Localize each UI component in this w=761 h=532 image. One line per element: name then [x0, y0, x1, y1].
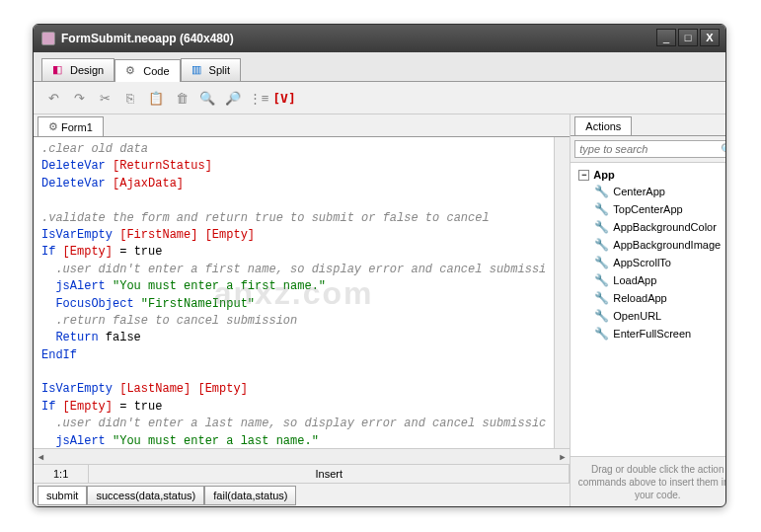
- validate-button[interactable]: [V]: [272, 86, 296, 110]
- code-icon: [125, 64, 139, 78]
- design-icon: [52, 63, 66, 77]
- main-area: ⚙Form1 .clear old data DeleteVar [Return…: [34, 114, 725, 507]
- action-reloadapp[interactable]: 🔧ReloadApp: [574, 289, 724, 307]
- actions-hint: Drag or double click the action commands…: [571, 456, 726, 507]
- split-icon: [191, 63, 205, 77]
- action-centerapp[interactable]: 🔧CenterApp: [574, 183, 724, 200]
- view-tabs: Design Code Split: [34, 52, 725, 82]
- undo-button[interactable]: ↶: [41, 86, 65, 110]
- tab-split[interactable]: Split: [181, 58, 241, 81]
- wrench-icon: 🔧: [594, 238, 609, 252]
- actions-search-input[interactable]: [574, 140, 726, 158]
- cut-button[interactable]: ✂: [93, 86, 116, 110]
- find-replace-button[interactable]: 🔎: [221, 86, 245, 110]
- event-tab-success[interactable]: success(data,status): [87, 486, 204, 505]
- action-appbackgroundimage[interactable]: 🔧AppBackgroundImage: [574, 236, 724, 254]
- edit-mode: Insert: [89, 465, 570, 483]
- maximize-button[interactable]: □: [678, 29, 698, 46]
- action-topcenterapp[interactable]: 🔧TopCenterApp: [574, 200, 724, 218]
- toolbar: ↶ ↷ ✂ ⎘ 📋 🗑 🔍 🔎 ⋮≡ [V]: [34, 82, 725, 114]
- tab-design[interactable]: Design: [41, 58, 114, 81]
- event-tab-submit[interactable]: submit: [38, 486, 87, 505]
- app-icon: [41, 32, 55, 45]
- wrench-icon: 🔧: [594, 256, 609, 269]
- code-editor[interactable]: .clear old data DeleteVar [ReturnStatus]…: [34, 137, 554, 448]
- app-window: FormSubmit.neoapp (640x480) _ □ X Design…: [33, 24, 726, 507]
- copy-button[interactable]: ⎘: [118, 86, 142, 110]
- actions-tree: −App 🔧CenterApp 🔧TopCenterApp 🔧AppBackgr…: [571, 163, 726, 456]
- action-openurl[interactable]: 🔧OpenURL: [574, 307, 724, 325]
- event-tab-fail[interactable]: fail(data,status): [204, 486, 296, 505]
- code-tab-form1[interactable]: ⚙Form1: [38, 116, 104, 136]
- close-button[interactable]: X: [700, 29, 720, 46]
- wrench-icon: 🔧: [594, 273, 609, 287]
- wrench-icon: 🔧: [594, 327, 609, 341]
- action-appbackgroundcolor[interactable]: 🔧AppBackgroundColor: [574, 218, 724, 236]
- actions-tab[interactable]: Actions: [574, 116, 632, 135]
- redo-button[interactable]: ↷: [67, 86, 91, 110]
- gear-icon: ⚙: [48, 120, 58, 133]
- wrench-icon: 🔧: [594, 309, 609, 323]
- titlebar[interactable]: FormSubmit.neoapp (640x480) _ □ X: [34, 25, 725, 52]
- code-pane: ⚙Form1 .clear old data DeleteVar [Return…: [34, 114, 571, 507]
- code-tabs: ⚙Form1: [34, 114, 570, 137]
- paste-button[interactable]: 📋: [144, 86, 168, 110]
- action-loadapp[interactable]: 🔧LoadApp: [574, 271, 724, 289]
- action-enterfullscreen[interactable]: 🔧EnterFullScreen: [574, 325, 724, 342]
- wrench-icon: 🔧: [594, 202, 609, 216]
- minimize-button[interactable]: _: [656, 29, 676, 46]
- find-button[interactable]: 🔍: [195, 86, 219, 110]
- code-scrollbar-horizontal[interactable]: [34, 448, 570, 464]
- event-tabs: submit success(data,status) fail(data,st…: [34, 483, 570, 507]
- comment-button[interactable]: ⋮≡: [247, 86, 270, 110]
- wrench-icon: 🔧: [594, 185, 609, 198]
- collapse-icon[interactable]: −: [578, 170, 589, 181]
- status-bar: 1:1 Insert: [34, 464, 570, 483]
- action-appscrollto[interactable]: 🔧AppScrollTo: [574, 254, 724, 271]
- cursor-position: 1:1: [34, 465, 89, 483]
- tab-code[interactable]: Code: [114, 59, 180, 82]
- actions-pane: Actions 🔍 −App 🔧CenterApp 🔧TopCenterApp …: [571, 114, 726, 507]
- delete-button[interactable]: 🗑: [170, 86, 193, 110]
- wrench-icon: 🔧: [594, 220, 609, 234]
- window-title: FormSubmit.neoapp (640x480): [61, 32, 234, 45]
- wrench-icon: 🔧: [594, 291, 609, 305]
- search-icon: 🔍: [721, 143, 726, 156]
- tree-node-app[interactable]: −App: [574, 167, 724, 183]
- code-scrollbar-vertical[interactable]: [554, 137, 570, 448]
